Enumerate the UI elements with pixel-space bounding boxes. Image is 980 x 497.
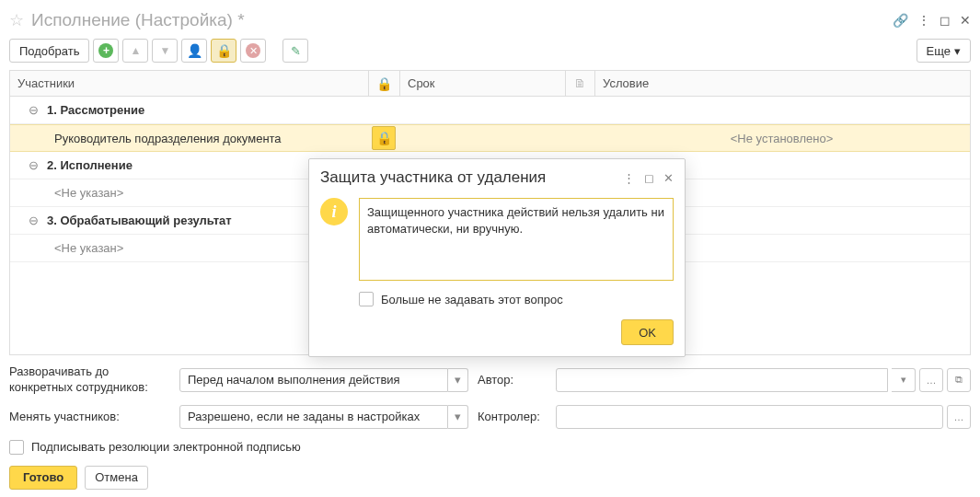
chevron-down-icon: ▾ <box>954 44 961 58</box>
move-down-button[interactable]: ▼ <box>152 39 178 63</box>
document-icon: 🗎 <box>574 76 586 90</box>
author-input[interactable] <box>556 368 888 392</box>
sign-label: Подписывать резолюции электронной подпис… <box>31 440 301 454</box>
expand-select[interactable]: Перед началом выполнения действия <box>179 368 448 392</box>
arrow-up-icon: ▲ <box>131 44 142 57</box>
table-row-selected[interactable]: Руководитель подразделения документа 🔒 <… <box>10 124 970 152</box>
person-icon: 👤 <box>187 43 202 58</box>
sign-checkbox[interactable] <box>9 440 24 455</box>
dont-ask-label: Больше не задавать этот вопрос <box>381 293 563 306</box>
expand-label: Разворачивать до конкретных сотрудников: <box>9 364 170 396</box>
x-icon: ✕ <box>246 43 260 58</box>
arrow-down-icon: ▼ <box>160 44 171 57</box>
controller-input[interactable] <box>556 405 943 429</box>
dialog-message[interactable]: Защищенного участника действий нельзя уд… <box>359 198 674 281</box>
delete-button[interactable]: ✕ <box>240 39 266 63</box>
collapse-icon[interactable]: ⊖ <box>29 103 41 117</box>
collapse-icon[interactable]: ⊖ <box>29 214 41 227</box>
plus-icon: + <box>98 43 113 58</box>
add-button[interactable]: + <box>93 39 119 63</box>
move-up-button[interactable]: ▲ <box>122 39 148 63</box>
protection-dialog: Защита участника от удаления ⋮ ◻ ✕ i Защ… <box>308 158 686 357</box>
col-participants[interactable]: Участники <box>10 71 369 96</box>
maximize-icon[interactable]: ◻ <box>940 13 951 28</box>
pencil-icon: ✎ <box>291 44 301 58</box>
author-ellipsis-button[interactable]: … <box>919 368 943 392</box>
table-row[interactable]: ⊖1. Рассмотрение <box>10 97 970 124</box>
controller-ellipsis-button[interactable]: … <box>947 405 971 429</box>
col-lock[interactable]: 🔒 <box>369 71 400 96</box>
link-icon[interactable]: 🔗 <box>893 13 908 28</box>
lock-badge[interactable]: 🔒 <box>372 126 396 150</box>
lock-icon: 🔒 <box>216 43 232 58</box>
more-button[interactable]: Еще▾ <box>917 39 971 63</box>
dialog-title: Защита участника от удаления <box>320 168 546 187</box>
dialog-close-icon[interactable]: ✕ <box>663 171 674 185</box>
col-condition[interactable]: Условие <box>595 71 970 96</box>
author-dropdown-button[interactable]: ▾ <box>892 368 916 392</box>
window-title: Исполнение (Настройка) * <box>31 10 893 30</box>
controller-label: Контролер: <box>478 410 547 423</box>
change-select[interactable]: Разрешено, если не заданы в настройках <box>179 405 448 429</box>
done-button[interactable]: Готово <box>9 466 77 490</box>
collapse-icon[interactable]: ⊖ <box>29 158 41 172</box>
info-icon: i <box>320 198 348 225</box>
pick-button[interactable]: Подобрать <box>9 39 89 63</box>
change-label: Менять участников: <box>9 410 170 423</box>
ok-button[interactable]: OK <box>621 319 674 345</box>
favorite-star-icon[interactable]: ☆ <box>9 10 24 30</box>
lock-icon: 🔒 <box>376 76 392 91</box>
col-deadline[interactable]: Срок <box>400 71 566 96</box>
author-expand-button[interactable]: ⧉ <box>947 368 971 392</box>
col-doc[interactable]: 🗎 <box>566 71 595 96</box>
person-button[interactable]: 👤 <box>181 39 207 63</box>
lock-icon: 🔒 <box>376 131 392 145</box>
lock-button[interactable]: 🔒 <box>211 39 236 63</box>
dialog-kebab-icon[interactable]: ⋮ <box>623 171 635 185</box>
author-label: Автор: <box>478 373 547 387</box>
cancel-button[interactable]: Отмена <box>85 466 148 490</box>
change-dropdown-button[interactable]: ▾ <box>448 405 468 429</box>
kebab-menu-icon[interactable]: ⋮ <box>917 13 930 28</box>
expand-dropdown-button[interactable]: ▾ <box>448 368 468 392</box>
close-icon[interactable]: ✕ <box>960 13 971 28</box>
dialog-maximize-icon[interactable]: ◻ <box>644 171 654 185</box>
dont-ask-checkbox[interactable] <box>359 292 374 306</box>
notes-button[interactable]: ✎ <box>282 39 308 63</box>
